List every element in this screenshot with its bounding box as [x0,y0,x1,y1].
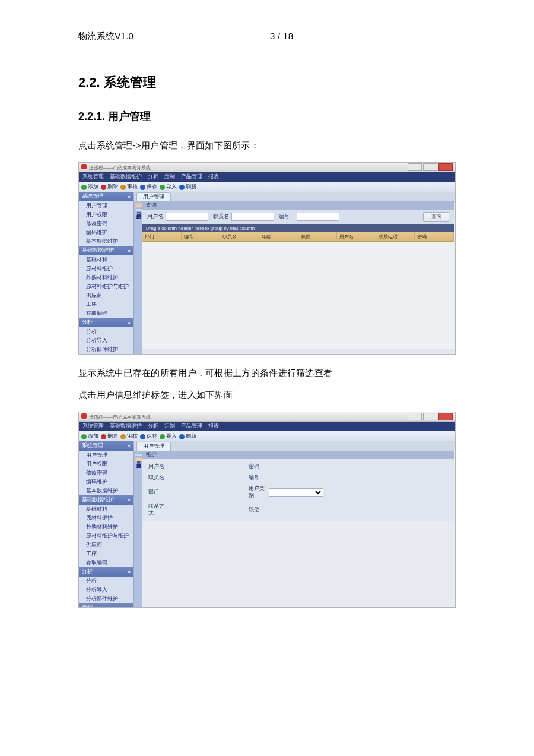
sidebar-item[interactable]: 存取编码 [79,309,134,318]
minimize-button[interactable] [408,163,422,171]
sidebar-item[interactable]: 修改密码 [79,469,134,477]
menu-item[interactable]: 基础数据维护 [110,423,142,430]
delete-button[interactable]: 删除 [101,184,118,191]
sidebar-item[interactable]: 外购材料维护 [79,273,134,282]
tab-user-mgmt[interactable]: 用户管理 [136,192,171,201]
grid-column-header[interactable]: 年龄 [259,232,298,241]
menu-item[interactable]: 基础数据维护 [110,173,142,181]
minimize-button[interactable] [408,413,422,420]
sidebar-item[interactable]: 用户管理 [79,201,134,210]
close-button[interactable] [438,413,453,420]
grid-column-header[interactable]: 编号 [182,232,221,241]
vtab-maintain[interactable]: 用户信息维护 [134,208,142,212]
staffname-input[interactable] [231,213,274,221]
menu-item[interactable]: 定制 [164,173,175,181]
grid-column-header[interactable]: 部门 [142,232,182,241]
sidebar-item[interactable]: 供应商 [79,291,134,300]
audit-button[interactable]: 审核 [120,433,138,440]
menu-item[interactable]: 报表 [208,423,219,430]
sidebar-item[interactable]: 基本数据维护 [79,486,134,495]
grid-column-header[interactable]: 用户名 [337,232,376,241]
menu-item[interactable]: 系统管理 [82,173,104,181]
sidebar-item[interactable]: 基本数据维护 [79,237,134,246]
save-button[interactable]: 保存 [140,433,157,440]
delete-button[interactable]: 删除 [101,433,118,440]
import-button[interactable]: 导入 [160,433,177,440]
form-input[interactable] [269,463,322,470]
maximize-button[interactable] [423,163,437,171]
sidebar-item[interactable]: 分析部件维护 [79,594,134,603]
sidebar-item[interactable]: 原材料维护 [79,514,134,523]
sidebar-item[interactable]: 修改密码 [79,219,134,228]
form-input[interactable] [169,489,222,496]
menu-item[interactable]: 分析 [148,423,158,430]
sidebar-item[interactable]: 工序 [79,300,134,309]
tabstrip: 用户管理 [134,192,455,202]
sidebar-group-header[interactable]: 定制« [79,354,134,355]
sidebar-item[interactable]: 供应商 [79,540,134,549]
number-input[interactable] [297,213,339,221]
sidebar-item[interactable]: 分析部件维护 [79,345,134,354]
add-button[interactable]: 添加 [81,433,98,440]
sidebar-item[interactable]: 用户管理 [79,451,134,460]
menu-item[interactable]: 报表 [208,173,219,181]
sidebar-group-header[interactable]: 系统管理« [79,192,134,201]
username-input[interactable] [166,213,208,221]
grid-column-header[interactable]: 密码 [415,232,454,241]
sidebar-item[interactable]: 原材料维护与维护 [79,282,134,291]
sidebar-item[interactable]: 存取编码 [79,558,134,567]
audit-button[interactable]: 审核 [120,184,138,191]
save-button[interactable]: 保存 [140,184,157,191]
menu-item[interactable]: 产品管理 [181,423,202,430]
form-input[interactable] [169,474,222,482]
sidebar-item[interactable]: 用户权限 [79,210,134,219]
menu-item[interactable]: 定制 [164,423,175,430]
close-button[interactable] [438,163,453,171]
form-input[interactable] [169,463,222,470]
menu-item[interactable]: 产品管理 [181,173,202,181]
sidebar-item[interactable]: 分析导入 [79,336,134,345]
grid-body[interactable] [142,242,454,349]
sidebar-group-header[interactable]: 系统管理« [79,441,134,451]
sidebar-item[interactable]: 用户权限 [79,460,134,469]
sidebar-item[interactable]: 原材料维护 [79,264,134,273]
form-input[interactable] [269,474,322,482]
add-button[interactable]: 添加 [81,184,98,191]
sidebar-group-header[interactable]: 分析« [79,567,134,577]
vtab-query[interactable]: 查询 [134,204,142,207]
vtab-query[interactable]: 查询 [134,453,142,457]
grid-column-header[interactable]: 职位 [298,232,338,241]
grid-column-header[interactable]: 职员名 [220,232,259,241]
sidebar-item[interactable]: 原材料维护与维护 [79,532,134,540]
menu-item[interactable]: 分析 [148,173,158,181]
grid-column-header[interactable]: 联系电话 [376,232,415,241]
sidebar-item[interactable]: 分析 [79,577,134,586]
tab-user-mgmt[interactable]: 用户管理 [136,442,171,451]
sidebar-group-header[interactable]: 分析« [79,318,134,327]
sidebar-item[interactable]: 基础材料 [79,505,134,514]
paragraph-after-1: 显示系统中已存在的所有用户，可根据上方的条件进行筛选查看 [78,368,456,379]
sidebar-item[interactable]: 外购材料维护 [79,523,134,532]
vtab-maintain[interactable]: 用户信息维护 [134,458,142,461]
menu-item[interactable]: 系统管理 [82,423,104,430]
sidebar-item[interactable]: 分析 [79,327,134,336]
maximize-button[interactable] [423,413,437,420]
sidebar-item[interactable]: 分析导入 [79,586,134,594]
sidebar-item[interactable]: 基础材料 [79,255,134,264]
form-input[interactable] [269,507,322,514]
sidebar-group-header[interactable]: 定制« [79,603,134,608]
import-button[interactable]: 导入 [160,184,177,191]
sidebar-item[interactable]: 编码维护 [79,477,134,486]
sidebar-item[interactable]: 编码维护 [79,228,134,237]
sidebar-group-header[interactable]: 基础数据维护« [79,495,134,505]
form-label: 密码 [249,463,269,470]
form-input[interactable] [169,507,222,514]
reload-button[interactable]: 刷新 [179,184,196,191]
reload-button[interactable]: 刷新 [179,433,196,440]
query-label-staffname: 职员名 [213,213,229,220]
query-button[interactable]: 查询 [423,212,449,222]
user-type-select[interactable] [269,488,323,497]
form-label: 用户类别 [249,485,269,499]
sidebar-item[interactable]: 工序 [79,549,134,558]
sidebar-group-header[interactable]: 基础数据维护« [79,246,134,255]
